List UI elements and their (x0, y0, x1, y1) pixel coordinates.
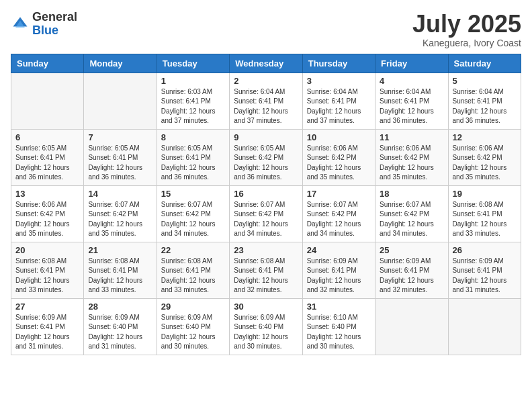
daylight-text: Daylight: 12 hours and 33 minutes. (453, 220, 507, 238)
daylight-text: Daylight: 12 hours and 36 minutes. (380, 107, 434, 125)
daylight-text: Daylight: 12 hours and 33 minutes. (161, 277, 216, 294)
sunset-text: Sunset: 6:41 PM (380, 97, 429, 105)
calendar-cell: 7Sunrise: 6:05 AMSunset: 6:41 PMDaylight… (84, 129, 157, 185)
sunrise-text: Sunrise: 6:05 AM (161, 144, 212, 152)
sunset-text: Sunset: 6:41 PM (161, 267, 211, 274)
day-info: Sunrise: 6:06 AMSunset: 6:42 PMDaylight:… (15, 200, 79, 239)
calendar-cell: 28Sunrise: 6:09 AMSunset: 6:40 PMDayligh… (84, 298, 157, 355)
day-info: Sunrise: 6:09 AMSunset: 6:40 PMDaylight:… (161, 313, 225, 352)
daylight-text: Daylight: 12 hours and 35 minutes. (15, 220, 70, 238)
daylight-text: Daylight: 12 hours and 32 minutes. (234, 277, 288, 294)
sunrise-text: Sunrise: 6:08 AM (161, 257, 212, 265)
day-info: Sunrise: 6:09 AMSunset: 6:40 PMDaylight:… (234, 313, 298, 352)
month-title: July 2025 (412, 11, 521, 38)
day-info: Sunrise: 6:09 AMSunset: 6:41 PMDaylight:… (307, 257, 371, 295)
sunrise-text: Sunrise: 6:06 AM (15, 201, 66, 208)
calendar-cell: 3Sunrise: 6:04 AMSunset: 6:41 PMDaylight… (302, 73, 375, 129)
sunrise-text: Sunrise: 6:04 AM (234, 88, 285, 95)
day-info: Sunrise: 6:06 AMSunset: 6:42 PMDaylight:… (307, 144, 371, 183)
sunrise-text: Sunrise: 6:09 AM (380, 257, 431, 265)
daylight-text: Daylight: 12 hours and 37 minutes. (307, 107, 361, 125)
sunset-text: Sunset: 6:41 PM (88, 267, 138, 274)
logo-blue-text: Blue (32, 24, 58, 37)
day-number: 21 (88, 245, 152, 255)
day-number: 9 (234, 132, 298, 142)
daylight-text: Daylight: 12 hours and 36 minutes. (234, 164, 288, 181)
day-number: 15 (161, 189, 225, 199)
daylight-text: Daylight: 12 hours and 30 minutes. (307, 333, 361, 351)
daylight-text: Daylight: 12 hours and 32 minutes. (380, 277, 434, 294)
day-info: Sunrise: 6:09 AMSunset: 6:41 PMDaylight:… (453, 257, 517, 295)
sunset-text: Sunset: 6:42 PM (234, 154, 283, 161)
calendar-cell: 10Sunrise: 6:06 AMSunset: 6:42 PMDayligh… (302, 129, 375, 185)
calendar-header-tuesday: Tuesday (157, 54, 229, 73)
sunset-text: Sunset: 6:41 PM (453, 210, 502, 218)
sunrise-text: Sunrise: 6:07 AM (88, 201, 139, 208)
daylight-text: Daylight: 12 hours and 31 minutes. (88, 333, 142, 351)
day-info: Sunrise: 6:06 AMSunset: 6:42 PMDaylight:… (380, 144, 443, 183)
day-number: 11 (380, 132, 443, 142)
calendar-cell: 20Sunrise: 6:08 AMSunset: 6:41 PMDayligh… (11, 242, 84, 298)
day-number: 7 (88, 132, 152, 142)
calendar-header-saturday: Saturday (448, 54, 521, 73)
sunrise-text: Sunrise: 6:07 AM (234, 201, 285, 208)
day-number: 1 (161, 76, 225, 86)
sunrise-text: Sunrise: 6:08 AM (453, 201, 504, 208)
sunrise-text: Sunrise: 6:07 AM (161, 201, 212, 208)
calendar-cell: 13Sunrise: 6:06 AMSunset: 6:42 PMDayligh… (11, 185, 84, 242)
day-number: 19 (453, 189, 517, 199)
sunrise-text: Sunrise: 6:09 AM (453, 257, 504, 265)
day-info: Sunrise: 6:04 AMSunset: 6:41 PMDaylight:… (234, 87, 298, 126)
calendar-cell: 4Sunrise: 6:04 AMSunset: 6:41 PMDaylight… (375, 73, 448, 129)
sunset-text: Sunset: 6:41 PM (234, 97, 283, 105)
calendar-cell: 2Sunrise: 6:04 AMSunset: 6:41 PMDaylight… (230, 73, 302, 129)
sunrise-text: Sunrise: 6:08 AM (88, 257, 139, 265)
day-info: Sunrise: 6:04 AMSunset: 6:41 PMDaylight:… (380, 87, 443, 126)
day-info: Sunrise: 6:08 AMSunset: 6:41 PMDaylight:… (161, 257, 225, 295)
daylight-text: Daylight: 12 hours and 36 minutes. (453, 107, 507, 125)
calendar-cell (375, 298, 448, 355)
sunset-text: Sunset: 6:41 PM (307, 267, 357, 274)
calendar-cell: 24Sunrise: 6:09 AMSunset: 6:41 PMDayligh… (302, 242, 375, 298)
calendar-cell: 17Sunrise: 6:07 AMSunset: 6:42 PMDayligh… (302, 185, 375, 242)
sunset-text: Sunset: 6:41 PM (15, 154, 65, 161)
sunset-text: Sunset: 6:42 PM (15, 210, 65, 218)
sunset-text: Sunset: 6:42 PM (88, 210, 138, 218)
daylight-text: Daylight: 12 hours and 34 minutes. (161, 220, 216, 238)
calendar-cell: 22Sunrise: 6:08 AMSunset: 6:41 PMDayligh… (157, 242, 229, 298)
daylight-text: Daylight: 12 hours and 31 minutes. (15, 333, 70, 351)
sunrise-text: Sunrise: 6:10 AM (307, 314, 358, 321)
sunrise-text: Sunrise: 6:04 AM (380, 88, 431, 95)
daylight-text: Daylight: 12 hours and 30 minutes. (234, 333, 288, 351)
day-number: 3 (307, 76, 371, 86)
sunrise-text: Sunrise: 6:05 AM (15, 144, 66, 152)
day-info: Sunrise: 6:07 AMSunset: 6:42 PMDaylight:… (380, 200, 443, 239)
calendar-cell (11, 73, 84, 129)
day-number: 30 (234, 302, 298, 312)
calendar-cell: 12Sunrise: 6:06 AMSunset: 6:42 PMDayligh… (448, 129, 521, 185)
daylight-text: Daylight: 12 hours and 34 minutes. (307, 220, 361, 238)
calendar-cell: 21Sunrise: 6:08 AMSunset: 6:41 PMDayligh… (84, 242, 157, 298)
calendar-header-monday: Monday (84, 54, 157, 73)
daylight-text: Daylight: 12 hours and 37 minutes. (234, 107, 288, 125)
calendar-cell: 18Sunrise: 6:07 AMSunset: 6:42 PMDayligh… (375, 185, 448, 242)
logo-icon (11, 15, 30, 34)
day-number: 13 (15, 189, 79, 199)
day-number: 5 (453, 76, 517, 86)
day-number: 25 (380, 245, 443, 255)
sunset-text: Sunset: 6:41 PM (15, 267, 65, 274)
sunrise-text: Sunrise: 6:06 AM (307, 144, 358, 152)
calendar-cell: 19Sunrise: 6:08 AMSunset: 6:41 PMDayligh… (448, 185, 521, 242)
sunrise-text: Sunrise: 6:08 AM (234, 257, 285, 265)
sunrise-text: Sunrise: 6:06 AM (453, 144, 504, 152)
day-number: 22 (161, 245, 225, 255)
calendar-header-sunday: Sunday (11, 54, 84, 73)
calendar-cell: 15Sunrise: 6:07 AMSunset: 6:42 PMDayligh… (157, 185, 229, 242)
day-info: Sunrise: 6:09 AMSunset: 6:41 PMDaylight:… (15, 313, 79, 352)
calendar-week-row: 20Sunrise: 6:08 AMSunset: 6:41 PMDayligh… (11, 242, 521, 298)
day-number: 6 (15, 132, 79, 142)
sunset-text: Sunset: 6:41 PM (453, 97, 502, 105)
sunrise-text: Sunrise: 6:03 AM (161, 88, 212, 95)
calendar-cell: 29Sunrise: 6:09 AMSunset: 6:40 PMDayligh… (157, 298, 229, 355)
day-number: 28 (88, 302, 152, 312)
